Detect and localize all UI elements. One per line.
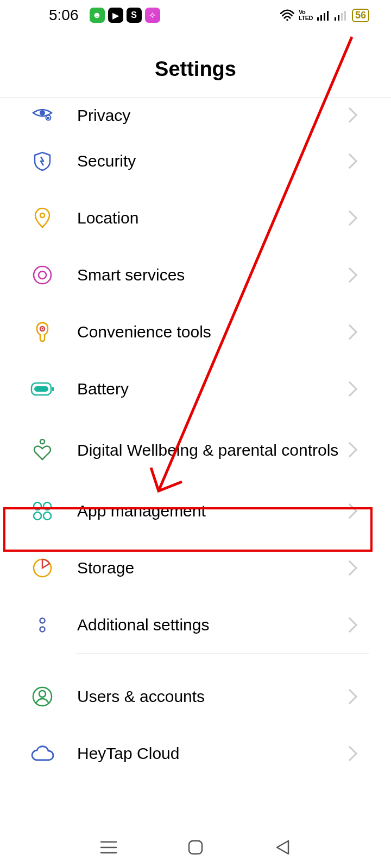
- battery-icon: 56: [352, 9, 369, 22]
- settings-row-convenience-tools[interactable]: Convenience tools: [0, 303, 391, 360]
- signal-icon-1: [317, 10, 330, 21]
- svg-rect-18: [34, 386, 48, 392]
- svg-point-24: [43, 512, 51, 520]
- svg-rect-8: [344, 11, 346, 21]
- svg-point-21: [34, 502, 41, 510]
- settings-row-battery[interactable]: Battery: [0, 360, 391, 417]
- wifi-icon: [280, 9, 294, 21]
- svg-rect-5: [335, 17, 336, 21]
- svg-point-14: [39, 271, 46, 279]
- nav-recent-button[interactable]: [98, 837, 119, 858]
- svg-rect-34: [189, 841, 202, 854]
- settings-row-heytap-cloud[interactable]: HeyTap Cloud: [0, 725, 391, 782]
- row-label: Location: [54, 207, 344, 228]
- chevron-right-icon: [342, 617, 357, 632]
- notif-app-icon: ☻: [90, 8, 105, 23]
- status-time: 5:06: [49, 7, 79, 24]
- smart-services-icon: [30, 263, 54, 287]
- letter-s-icon: S: [127, 8, 142, 23]
- svg-point-27: [40, 627, 45, 631]
- svg-rect-4: [327, 11, 329, 21]
- row-label: Battery: [54, 378, 344, 399]
- status-bar: 5:06 ☻ ▶ S ✧ VoLTED 56: [0, 0, 391, 30]
- svg-point-13: [34, 266, 51, 284]
- status-right: VoLTED 56: [280, 9, 369, 22]
- signal-icon-2: [335, 10, 348, 21]
- row-label: Additional settings: [54, 614, 344, 635]
- row-label: Users & accounts: [54, 686, 344, 707]
- chevron-right-icon: [342, 503, 357, 518]
- additional-settings-icon: [30, 613, 54, 637]
- row-label: Storage: [54, 557, 344, 578]
- cloud-icon: [30, 742, 54, 765]
- row-label: Privacy: [54, 105, 344, 126]
- svg-point-0: [286, 19, 288, 21]
- security-icon: [30, 149, 54, 173]
- row-label: Digital Wellbeing & parental controls: [54, 434, 344, 466]
- status-app-icons: ☻ ▶ S ✧: [90, 8, 160, 23]
- row-label: HeyTap Cloud: [54, 743, 344, 764]
- settings-row-storage[interactable]: Storage: [0, 539, 391, 596]
- svg-rect-1: [317, 17, 319, 21]
- svg-point-16: [42, 328, 43, 329]
- svg-rect-3: [324, 13, 325, 21]
- chevron-right-icon: [342, 560, 357, 575]
- row-label: Convenience tools: [54, 321, 344, 342]
- svg-point-23: [34, 512, 41, 520]
- chevron-right-icon: [342, 267, 357, 282]
- chevron-right-icon: [342, 153, 357, 168]
- volte-icon: VoLTED: [299, 9, 313, 21]
- convenience-tools-icon: [30, 320, 54, 344]
- chevron-right-icon: [342, 210, 357, 225]
- status-left: 5:06 ☻ ▶ S ✧: [49, 7, 160, 24]
- row-label: App management: [54, 500, 344, 521]
- pink-app-icon: ✧: [145, 8, 160, 23]
- settings-row-security[interactable]: Security: [0, 132, 391, 189]
- chevron-right-icon: [342, 745, 357, 761]
- settings-row-privacy[interactable]: Privacy: [0, 98, 391, 132]
- settings-row-app-management[interactable]: App management: [0, 482, 391, 539]
- chevron-right-icon: [342, 381, 357, 396]
- svg-point-26: [40, 618, 45, 623]
- nav-home-button[interactable]: [185, 837, 206, 858]
- settings-row-smart-services[interactable]: Smart services: [0, 246, 391, 303]
- svg-point-9: [40, 110, 45, 116]
- settings-row-additional-settings[interactable]: Additional settings: [0, 596, 391, 653]
- chevron-right-icon: [342, 442, 357, 457]
- storage-icon: [30, 556, 54, 580]
- svg-point-29: [39, 691, 46, 697]
- row-label: Smart services: [54, 264, 344, 285]
- settings-row-location[interactable]: Location: [0, 189, 391, 246]
- svg-rect-6: [338, 15, 339, 21]
- svg-point-12: [40, 213, 45, 218]
- settings-row-digital-wellbeing[interactable]: Digital Wellbeing & parental controls: [0, 417, 391, 482]
- wellbeing-icon: [30, 438, 54, 462]
- svg-point-22: [43, 502, 51, 510]
- location-icon: [30, 206, 54, 230]
- users-accounts-icon: [30, 685, 54, 709]
- page-title: Settings: [0, 30, 391, 97]
- svg-rect-7: [341, 13, 343, 21]
- privacy-icon: [30, 103, 54, 127]
- row-label: Security: [54, 150, 344, 171]
- battery-icon: [30, 377, 54, 401]
- chevron-right-icon: [342, 688, 357, 704]
- settings-list: Privacy Security Location Smart services…: [0, 97, 391, 782]
- chevron-right-icon: [342, 107, 357, 123]
- divider: [76, 653, 369, 654]
- svg-rect-19: [52, 387, 54, 391]
- nav-back-button[interactable]: [272, 837, 293, 858]
- navigation-bar: [0, 827, 391, 868]
- svg-rect-2: [320, 15, 322, 21]
- svg-rect-11: [47, 117, 49, 119]
- youtube-icon: ▶: [108, 8, 123, 23]
- app-management-icon: [30, 499, 54, 523]
- settings-row-users-accounts[interactable]: Users & accounts: [0, 668, 391, 725]
- chevron-right-icon: [342, 324, 357, 339]
- svg-point-20: [40, 439, 45, 444]
